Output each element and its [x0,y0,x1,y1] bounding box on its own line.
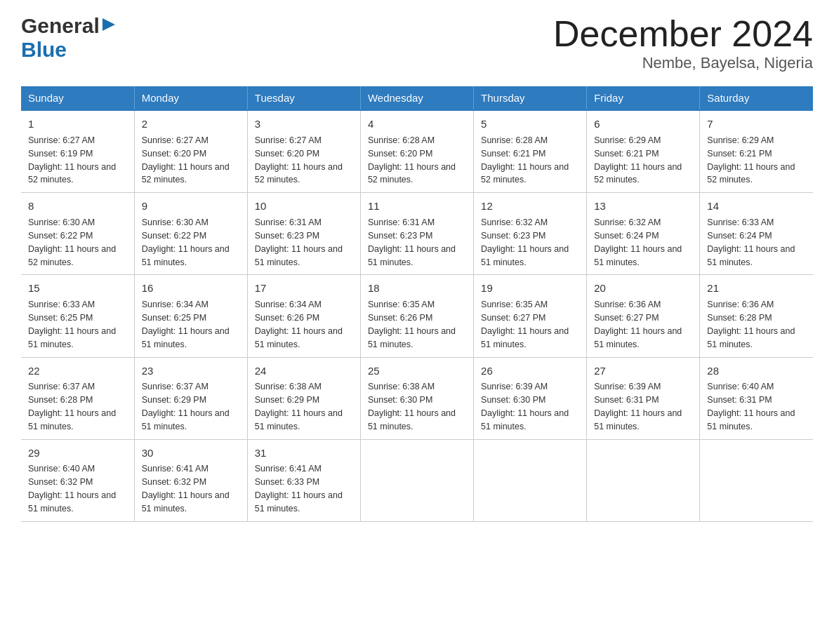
day-info: Sunrise: 6:27 AMSunset: 6:20 PMDaylight:… [255,135,343,185]
day-number: 9 [142,199,240,214]
title-block: December 2024 Nembe, Bayelsa, Nigeria [553,14,813,72]
day-number: 26 [481,363,579,379]
day-info: Sunrise: 6:38 AMSunset: 6:29 PMDaylight:… [255,382,343,431]
calendar-cell: 6Sunrise: 6:29 AMSunset: 6:21 PMDaylight… [587,110,700,193]
day-info: Sunrise: 6:32 AMSunset: 6:23 PMDaylight:… [481,217,569,267]
calendar-cell: 10Sunrise: 6:31 AMSunset: 6:23 PMDayligh… [247,193,360,275]
day-info: Sunrise: 6:28 AMSunset: 6:20 PMDaylight:… [368,135,456,185]
day-number: 29 [28,445,127,461]
col-header-sunday: Sunday [21,86,134,110]
calendar-cell: 12Sunrise: 6:32 AMSunset: 6:23 PMDayligh… [474,193,587,275]
day-number: 21 [707,281,806,296]
day-number: 15 [28,281,127,296]
calendar-cell: 14Sunrise: 6:33 AMSunset: 6:24 PMDayligh… [700,193,813,275]
logo-arrow-icon [101,17,117,35]
calendar-cell: 21Sunrise: 6:36 AMSunset: 6:28 PMDayligh… [700,275,813,357]
day-number: 19 [481,281,579,296]
calendar-cell: 22Sunrise: 6:37 AMSunset: 6:28 PMDayligh… [21,357,134,439]
col-header-tuesday: Tuesday [247,86,360,110]
day-info: Sunrise: 6:36 AMSunset: 6:28 PMDaylight:… [707,300,795,349]
calendar-cell: 1Sunrise: 6:27 AMSunset: 6:19 PMDaylight… [21,110,134,193]
calendar-cell: 23Sunrise: 6:37 AMSunset: 6:29 PMDayligh… [134,357,247,439]
calendar-cell: 13Sunrise: 6:32 AMSunset: 6:24 PMDayligh… [587,193,700,275]
day-number: 6 [594,116,692,132]
col-header-saturday: Saturday [700,86,813,110]
day-info: Sunrise: 6:34 AMSunset: 6:25 PMDaylight:… [142,300,230,349]
calendar-week-row: 29Sunrise: 6:40 AMSunset: 6:32 PMDayligh… [21,439,813,521]
day-info: Sunrise: 6:38 AMSunset: 6:30 PMDaylight:… [368,382,456,431]
day-number: 16 [142,281,240,296]
day-number: 18 [368,281,466,296]
calendar-cell: 29Sunrise: 6:40 AMSunset: 6:32 PMDayligh… [21,439,134,521]
day-number: 4 [368,116,466,132]
day-info: Sunrise: 6:27 AMSunset: 6:19 PMDaylight:… [28,135,116,185]
page-title: December 2024 [553,14,813,54]
day-info: Sunrise: 6:37 AMSunset: 6:28 PMDaylight:… [28,382,116,431]
calendar-cell: 31Sunrise: 6:41 AMSunset: 6:33 PMDayligh… [247,439,360,521]
day-info: Sunrise: 6:30 AMSunset: 6:22 PMDaylight:… [28,217,116,267]
calendar-cell: 25Sunrise: 6:38 AMSunset: 6:30 PMDayligh… [360,357,473,439]
calendar-cell: 11Sunrise: 6:31 AMSunset: 6:23 PMDayligh… [360,193,473,275]
day-number: 14 [707,199,806,214]
calendar-cell: 8Sunrise: 6:30 AMSunset: 6:22 PMDaylight… [21,193,134,275]
day-info: Sunrise: 6:30 AMSunset: 6:22 PMDaylight:… [142,217,230,267]
calendar-cell: 24Sunrise: 6:38 AMSunset: 6:29 PMDayligh… [247,357,360,439]
day-info: Sunrise: 6:32 AMSunset: 6:24 PMDaylight:… [594,217,682,267]
calendar-cell: 27Sunrise: 6:39 AMSunset: 6:31 PMDayligh… [587,357,700,439]
calendar-cell [474,439,587,521]
day-number: 5 [481,116,579,132]
calendar-cell: 9Sunrise: 6:30 AMSunset: 6:22 PMDaylight… [134,193,247,275]
day-number: 3 [255,116,353,132]
calendar-cell: 17Sunrise: 6:34 AMSunset: 6:26 PMDayligh… [247,275,360,357]
day-number: 25 [368,363,466,379]
day-number: 23 [142,363,240,379]
day-info: Sunrise: 6:31 AMSunset: 6:23 PMDaylight:… [255,217,343,267]
calendar-table: SundayMondayTuesdayWednesdayThursdayFrid… [21,86,813,522]
day-number: 22 [28,363,127,379]
day-number: 11 [368,199,466,214]
day-info: Sunrise: 6:28 AMSunset: 6:21 PMDaylight:… [481,135,569,185]
calendar-week-row: 1Sunrise: 6:27 AMSunset: 6:19 PMDaylight… [21,110,813,193]
day-info: Sunrise: 6:41 AMSunset: 6:33 PMDaylight:… [255,464,343,514]
page-header: General Blue December 2024 Nembe, Bayels… [21,14,813,72]
day-number: 10 [255,199,353,214]
day-number: 2 [142,116,240,132]
day-info: Sunrise: 6:40 AMSunset: 6:32 PMDaylight:… [28,464,116,514]
calendar-cell: 26Sunrise: 6:39 AMSunset: 6:30 PMDayligh… [474,357,587,439]
day-info: Sunrise: 6:40 AMSunset: 6:31 PMDaylight:… [707,382,795,431]
day-info: Sunrise: 6:35 AMSunset: 6:27 PMDaylight:… [481,300,569,349]
day-number: 20 [594,281,692,296]
day-info: Sunrise: 6:33 AMSunset: 6:25 PMDaylight:… [28,300,116,349]
day-number: 1 [28,116,127,132]
day-info: Sunrise: 6:31 AMSunset: 6:23 PMDaylight:… [368,217,456,267]
day-number: 24 [255,363,353,379]
day-info: Sunrise: 6:36 AMSunset: 6:27 PMDaylight:… [594,300,682,349]
calendar-cell [587,439,700,521]
calendar-week-row: 22Sunrise: 6:37 AMSunset: 6:28 PMDayligh… [21,357,813,439]
day-info: Sunrise: 6:39 AMSunset: 6:30 PMDaylight:… [481,382,569,431]
logo-general-text: General [21,14,100,38]
logo-blue-text: Blue [21,38,67,62]
day-number: 7 [707,116,806,132]
col-header-wednesday: Wednesday [360,86,473,110]
day-number: 12 [481,199,579,214]
calendar-cell: 2Sunrise: 6:27 AMSunset: 6:20 PMDaylight… [134,110,247,193]
calendar-cell [360,439,473,521]
day-number: 13 [594,199,692,214]
day-info: Sunrise: 6:37 AMSunset: 6:29 PMDaylight:… [142,382,230,431]
calendar-cell: 3Sunrise: 6:27 AMSunset: 6:20 PMDaylight… [247,110,360,193]
day-number: 17 [255,281,353,296]
calendar-cell: 30Sunrise: 6:41 AMSunset: 6:32 PMDayligh… [134,439,247,521]
day-info: Sunrise: 6:34 AMSunset: 6:26 PMDaylight:… [255,300,343,349]
calendar-cell: 19Sunrise: 6:35 AMSunset: 6:27 PMDayligh… [474,275,587,357]
svg-marker-0 [102,18,115,31]
calendar-cell: 20Sunrise: 6:36 AMSunset: 6:27 PMDayligh… [587,275,700,357]
col-header-monday: Monday [134,86,247,110]
calendar-header-row: SundayMondayTuesdayWednesdayThursdayFrid… [21,86,813,110]
day-info: Sunrise: 6:41 AMSunset: 6:32 PMDaylight:… [142,464,230,514]
day-number: 8 [28,199,127,214]
day-info: Sunrise: 6:39 AMSunset: 6:31 PMDaylight:… [594,382,682,431]
calendar-cell: 28Sunrise: 6:40 AMSunset: 6:31 PMDayligh… [700,357,813,439]
col-header-thursday: Thursday [474,86,587,110]
col-header-friday: Friday [587,86,700,110]
